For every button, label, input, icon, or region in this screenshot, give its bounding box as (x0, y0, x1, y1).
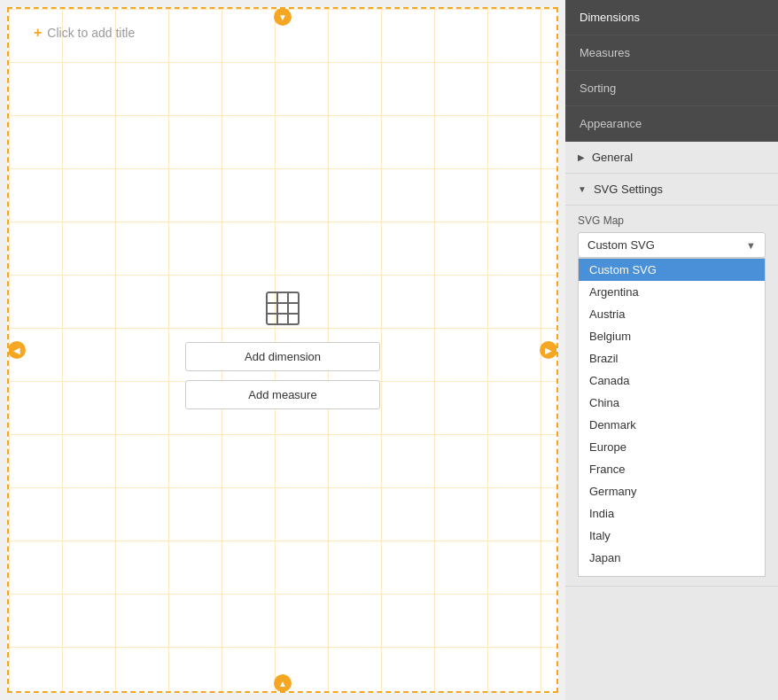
canvas-title-text: Click to add title (47, 26, 135, 40)
dropdown-item-custom-svg[interactable]: Custom SVG (579, 259, 765, 281)
svg-map-label: SVG Map (578, 214, 766, 227)
dropdown-item-argentina[interactable]: Argentina (579, 281, 765, 303)
canvas-center: Add dimension Add measure (185, 291, 380, 409)
handle-left[interactable]: ◀ (8, 341, 26, 359)
svg-rect-0 (267, 292, 299, 324)
add-dimension-button[interactable]: Add dimension (185, 342, 380, 371)
dropdown-item-china[interactable]: China (579, 392, 765, 414)
dropdown-item-india[interactable]: India (579, 502, 765, 525)
right-panel: Dimensions Measures Sorting Appearance ▶… (565, 0, 778, 700)
general-arrow-icon: ▶ (578, 152, 585, 162)
dropdown-item-japan[interactable]: Japan (579, 547, 765, 569)
svg-settings-arrow-icon: ▼ (578, 184, 587, 194)
panel-tab-measures[interactable]: Measures (565, 35, 778, 71)
dropdown-item-europe[interactable]: Europe (579, 436, 765, 458)
svg-map-container: SVG Map Custom SVG ▼ Custom SVG Argentin… (565, 206, 778, 587)
panel-tab-sorting[interactable]: Sorting (565, 71, 778, 106)
dropdown-item-belgium[interactable]: Belgium (579, 325, 765, 347)
handle-top[interactable]: ▼ (274, 8, 292, 26)
add-measure-button[interactable]: Add measure (185, 380, 380, 409)
handle-right[interactable]: ▶ (540, 341, 557, 359)
handle-bottom[interactable]: ▲ (274, 674, 292, 692)
dropdown-item-canada[interactable]: Canada (579, 369, 765, 392)
general-section-row[interactable]: ▶ General (565, 142, 778, 174)
dropdown-item-austria[interactable]: Austria (579, 303, 765, 325)
arrow-down-icon: ▼ (278, 12, 287, 22)
chevron-down-icon: ▼ (746, 240, 756, 251)
panel-tab-dimensions[interactable]: Dimensions (565, 0, 778, 35)
svg-map-dropdown-trigger[interactable]: Custom SVG ▼ (578, 232, 766, 258)
svg-map-selected-value: Custom SVG (587, 238, 655, 252)
arrow-right-icon: ▶ (545, 346, 552, 355)
svg-settings-section-row[interactable]: ▼ SVG Settings (565, 174, 778, 206)
svg-settings-section-label: SVG Settings (594, 183, 663, 196)
plus-icon: + (34, 25, 42, 41)
canvas-title[interactable]: + Click to add title (34, 25, 135, 41)
dropdown-item-germany[interactable]: Germany (579, 480, 765, 502)
table-icon (265, 291, 300, 333)
general-section-label: General (592, 151, 633, 164)
canvas-area: ▼ ▲ ◀ ▶ + Click to add title Add dimensi… (7, 7, 558, 693)
panel-tab-appearance[interactable]: Appearance (565, 106, 778, 142)
dropdown-item-denmark[interactable]: Denmark (579, 414, 765, 436)
dropdown-item-italy[interactable]: Italy (579, 525, 765, 547)
dropdown-item-brazil[interactable]: Brazil (579, 347, 765, 369)
arrow-up-icon: ▲ (278, 679, 287, 688)
settings-section: ▶ General ▼ SVG Settings SVG Map Custom … (565, 142, 778, 700)
arrow-left-icon: ◀ (13, 346, 20, 355)
dropdown-item-latin-south-america[interactable]: Latin &amp; South America (579, 569, 765, 577)
svg-map-dropdown-list[interactable]: Custom SVG Argentina Austria Belgium Bra… (578, 258, 766, 577)
dropdown-item-france[interactable]: France (579, 458, 765, 480)
